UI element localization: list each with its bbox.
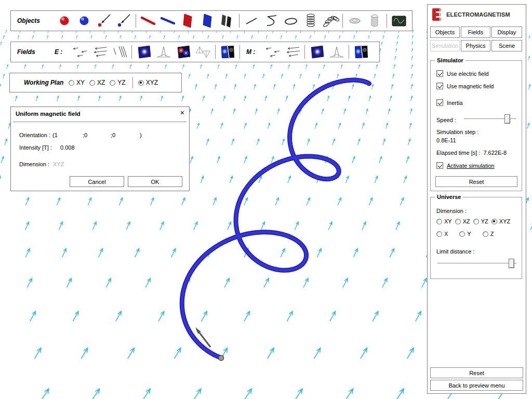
radio-xy[interactable]: XY: [69, 79, 85, 86]
blue-rod-icon[interactable]: [158, 12, 178, 30]
toolbar-divider: [304, 45, 305, 59]
blue-glow-plate-icon[interactable]: [307, 43, 327, 61]
radio-x-circle[interactable]: [436, 231, 442, 237]
reset-button[interactable]: Reset: [430, 367, 523, 378]
radio-x-label: X: [444, 231, 448, 237]
magnetic-field-items: [263, 42, 371, 62]
elapsed-time-row: Elapsed time [s] : 7.622E-8: [436, 150, 507, 156]
working-plan-options: XYXZYZXYZ: [69, 77, 163, 88]
electric-field-items: [70, 42, 242, 62]
radio-yz-circle[interactable]: [110, 80, 115, 86]
magnetic-field-section-label: M :: [246, 48, 263, 56]
activate-simulation-checkbox[interactable]: [436, 162, 443, 169]
mesh-bipolar-icon[interactable]: [193, 43, 213, 61]
nav-display-button[interactable]: Display: [491, 26, 522, 38]
nav-fields-button[interactable]: Fields: [461, 26, 490, 38]
curved-wire-icon[interactable]: [261, 12, 281, 30]
cylinder-magnet-icon[interactable]: [365, 12, 384, 30]
radio-z[interactable]: Z: [483, 231, 494, 237]
radio-yz[interactable]: YZ: [110, 79, 125, 86]
blue-plate-icon[interactable]: [197, 12, 217, 30]
red-charge-arrow-icon[interactable]: [94, 12, 114, 30]
universe-legend: Universe: [435, 194, 463, 200]
blue-charge-arrow-icon[interactable]: [114, 12, 134, 30]
use-magnetic-field-checkbox[interactable]: [436, 83, 443, 89]
wire-segment-icon[interactable]: [242, 12, 261, 30]
dialog-title: Uniform magnetic field: [16, 111, 81, 117]
simulator-legend: Simulator: [435, 57, 466, 63]
red-rod-icon[interactable]: [138, 12, 158, 30]
radio-xy-circle[interactable]: [69, 80, 74, 86]
radio-xz-circle[interactable]: [455, 219, 461, 224]
uniform-arrows-icon[interactable]: [90, 43, 110, 61]
radio-yz-label: YZ: [117, 79, 125, 86]
nav-scene-button[interactable]: Scene: [491, 40, 522, 51]
wire-loop-icon[interactable]: [281, 12, 301, 30]
radio-xy-circle[interactable]: [436, 219, 442, 224]
blue-glow-plate-icon[interactable]: [134, 43, 154, 61]
cancel-button[interactable]: Cancel: [70, 176, 124, 187]
ok-button[interactable]: OK: [128, 176, 182, 187]
radio-x[interactable]: X: [436, 231, 448, 237]
blue-sphere-icon[interactable]: [74, 12, 94, 30]
orientation-z-field[interactable]: ;0: [111, 132, 115, 138]
radio-xyz-circle[interactable]: [491, 219, 497, 224]
nav-physics-button[interactable]: Physics: [461, 40, 490, 51]
radio-y[interactable]: Y: [459, 231, 471, 237]
speed-slider-thumb[interactable]: [504, 114, 510, 124]
radio-xyz[interactable]: XYZ: [491, 218, 510, 224]
bent-solenoid-icon[interactable]: [321, 12, 340, 30]
mesh-peak-icon[interactable]: [154, 43, 174, 61]
solenoid-icon[interactable]: [301, 12, 321, 30]
radio-xyz-circle[interactable]: [138, 80, 144, 86]
radio-xz-circle[interactable]: [89, 80, 95, 86]
oscilloscope-icon[interactable]: [389, 12, 409, 30]
inertia-checkbox[interactable]: [436, 99, 443, 106]
inertia-checkbox-row[interactable]: Inertia: [436, 99, 463, 106]
red-plate-icon[interactable]: [178, 12, 197, 30]
intensity-field[interactable]: 0.008: [60, 144, 75, 151]
split-map-icon[interactable]: [218, 43, 237, 61]
field-lines-icon[interactable]: [110, 43, 129, 61]
toolbar-divider: [387, 14, 387, 28]
fields-toolbar-label: Fields: [17, 48, 55, 56]
red-sphere-icon[interactable]: [55, 12, 74, 30]
toolbar-divider: [131, 45, 132, 59]
speed-slider[interactable]: [464, 114, 516, 124]
radio-yz[interactable]: YZ: [473, 218, 488, 224]
radio-z-label: Z: [490, 231, 494, 237]
red-blue-plate-icon[interactable]: [174, 43, 193, 61]
sparse-arrows-icon[interactable]: [70, 43, 90, 61]
ring-magnet-icon[interactable]: [345, 12, 365, 30]
simulator-reset-button[interactable]: Reset: [435, 176, 517, 187]
sparse-arrows-icon[interactable]: [263, 43, 283, 61]
radio-y-circle[interactable]: [459, 231, 465, 237]
back-to-preview-menu-button[interactable]: Back to preview menu: [430, 380, 523, 391]
orientation-y-field[interactable]: ;0: [83, 132, 87, 138]
radio-xyz[interactable]: XYZ: [138, 79, 158, 86]
nav-objects-button[interactable]: Objects: [430, 26, 460, 38]
orientation-x-field[interactable]: (1: [52, 132, 58, 138]
objects-toolbar-items: [55, 11, 409, 31]
radio-yz-circle[interactable]: [473, 219, 479, 224]
use-electric-field-checkbox-row[interactable]: Use electric field: [436, 70, 489, 77]
radio-xz[interactable]: XZ: [455, 218, 470, 224]
use-magnetic-field-checkbox-row[interactable]: Use magnetic field: [436, 83, 494, 89]
uniform-arrows-icon[interactable]: [283, 43, 302, 61]
radio-xyz-label: XYZ: [146, 79, 158, 86]
use-electric-field-checkbox[interactable]: [436, 70, 443, 77]
close-icon[interactable]: ×: [180, 109, 184, 116]
limit-distance-slider[interactable]: [437, 259, 516, 268]
limit-distance-slider-track[interactable]: [437, 263, 516, 264]
capacitor-plates-icon[interactable]: [217, 12, 237, 30]
radio-xy[interactable]: XY: [436, 218, 452, 224]
mesh-peak-icon[interactable]: [327, 43, 347, 61]
radio-xz[interactable]: XZ: [89, 79, 105, 86]
radio-xy-label: XY: [76, 79, 85, 86]
radio-y-label: Y: [467, 231, 471, 237]
toolbar-divider: [239, 14, 240, 28]
limit-distance-slider-thumb[interactable]: [509, 259, 514, 268]
activate-simulation-checkbox-row[interactable]: Activate simulation: [436, 162, 495, 169]
radio-z-circle[interactable]: [483, 231, 488, 237]
split-map-icon[interactable]: [351, 43, 371, 61]
